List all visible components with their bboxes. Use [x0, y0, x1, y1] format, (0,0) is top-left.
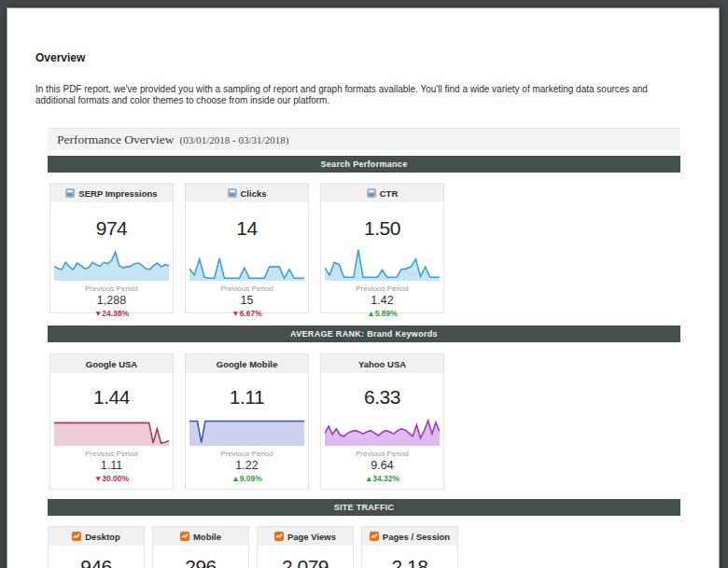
metric-card-title: SERP Impressions — [78, 188, 157, 199]
card-row-search-performance: SERP Impressions 974 Previous Period 1,2… — [49, 183, 444, 313]
metric-card-title: Page Views — [287, 532, 336, 542]
metric-value: 296 — [153, 556, 248, 568]
pdf-viewer-background: { "page": { "heading": "Overview", "intr… — [0, 0, 728, 568]
section-header-search-performance: Search Performance — [48, 156, 680, 173]
analytics-icon — [274, 532, 284, 541]
metric-card-google-mobile: Google Mobile 1.11 Previous Period 1.22 … — [185, 353, 309, 490]
metric-card-header: Yahoo USA — [321, 354, 443, 373]
metric-card-title: Clicks — [241, 188, 267, 199]
change-badge: ▲34.32% — [321, 474, 443, 483]
change-badge: ▲9.09% — [186, 474, 308, 483]
previous-period-value: 9.64 — [321, 459, 443, 472]
metric-card-title: CTR — [380, 188, 399, 199]
pdf-page: Overview In this PDF report, we've provi… — [7, 7, 720, 568]
metric-card-title: Yahoo USA — [358, 359, 406, 369]
previous-period-value: 1.22 — [186, 459, 308, 472]
metric-value: 2.18 — [362, 556, 457, 568]
report-header: Performance Overview (03/01/2018 - 03/31… — [48, 128, 680, 150]
intro-paragraph: In this PDF report, we've provided you w… — [35, 84, 689, 105]
metric-card-page-views: Page Views 2,079 — [257, 526, 354, 568]
metric-value: 1.44 — [50, 386, 173, 409]
metric-value: 974 — [50, 217, 173, 240]
sparkline-chart — [189, 245, 304, 281]
report-title: Performance Overview — [57, 132, 175, 147]
metric-card-title: Desktop — [85, 532, 119, 542]
previous-period-value: 1.42 — [321, 294, 443, 307]
sparkline-chart — [54, 418, 169, 446]
metric-card-title: Google Mobile — [217, 359, 277, 369]
analytics-icon — [180, 532, 189, 541]
metric-card-pages-per-session: Pages / Session 2.18 — [361, 526, 458, 568]
sparkline-chart — [189, 418, 304, 446]
sparkline-chart — [54, 245, 169, 281]
metric-card-header: Pages / Session — [362, 527, 457, 546]
section-header-site-traffic: SITE TRAFFIC — [48, 499, 680, 516]
previous-period-label: Previous Period — [321, 450, 443, 458]
previous-period-label: Previous Period — [321, 284, 443, 293]
metric-card-header: SERP Impressions — [50, 184, 173, 202]
change-badge: ▼24.38% — [50, 309, 173, 318]
metric-card-header: Clicks — [186, 184, 308, 202]
metric-card-header: Google Mobile — [186, 354, 308, 373]
previous-period-value: 1,288 — [50, 294, 173, 307]
metric-card-desktop: Desktop 946 — [48, 526, 145, 568]
metric-value: 6.33 — [321, 386, 443, 409]
card-row-average-rank: Google USA 1.44 Previous Period 1.11 ▼30… — [49, 353, 444, 490]
metric-card-header: Page Views — [258, 527, 353, 546]
previous-period-label: Previous Period — [50, 284, 173, 293]
previous-period-label: Previous Period — [186, 284, 308, 293]
change-badge: ▼6.67% — [186, 309, 308, 318]
search-console-icon — [228, 188, 237, 198]
analytics-icon — [370, 532, 379, 541]
previous-period-value: 15 — [186, 294, 308, 307]
metric-card-title: Mobile — [193, 532, 221, 542]
previous-period-label: Previous Period — [50, 450, 173, 458]
metric-value: 946 — [49, 556, 144, 568]
search-console-icon — [367, 188, 376, 198]
metric-value: 14 — [186, 217, 308, 240]
metric-card-header: Mobile — [153, 527, 248, 546]
sparkline-chart — [325, 245, 440, 281]
sparkline-chart — [325, 418, 440, 446]
metric-card-ctr: CTR 1.50 Previous Period 1.42 ▲5.89% — [320, 183, 444, 313]
section-header-average-rank: AVERAGE RANK: Brand Keywords — [48, 326, 680, 342]
page-title: Overview — [35, 51, 85, 64]
card-row-site-traffic: Desktop 946 Mobile 296 Page Views 2,079 … — [48, 526, 458, 568]
metric-card-title: Google USA — [86, 359, 137, 369]
metric-card-header: Google USA — [50, 354, 173, 373]
previous-period-label: Previous Period — [186, 450, 308, 458]
metric-card-yahoo-usa: Yahoo USA 6.33 Previous Period 9.64 ▲34.… — [320, 353, 444, 490]
metric-card-header: Desktop — [49, 527, 144, 546]
previous-period-value: 1.11 — [50, 459, 173, 472]
metric-value: 1.50 — [321, 217, 443, 240]
change-badge: ▼30.00% — [50, 474, 173, 483]
metric-value: 1.11 — [186, 386, 308, 409]
change-badge: ▲5.89% — [321, 309, 443, 318]
metric-card-mobile: Mobile 296 — [152, 526, 249, 568]
search-console-icon — [65, 188, 75, 198]
metric-card-clicks: Clicks 14 Previous Period 15 ▼6.67% — [185, 183, 309, 313]
metric-card-google-usa: Google USA 1.44 Previous Period 1.11 ▼30… — [49, 353, 174, 490]
analytics-icon — [72, 532, 81, 541]
metric-card-title: Pages / Session — [383, 532, 450, 542]
report-date-range: (03/01/2018 - 03/31/2018) — [180, 134, 289, 145]
metric-card-header: CTR — [321, 184, 443, 202]
metric-value: 2,079 — [258, 556, 353, 568]
metric-card-serp-impressions: SERP Impressions 974 Previous Period 1,2… — [49, 183, 174, 313]
